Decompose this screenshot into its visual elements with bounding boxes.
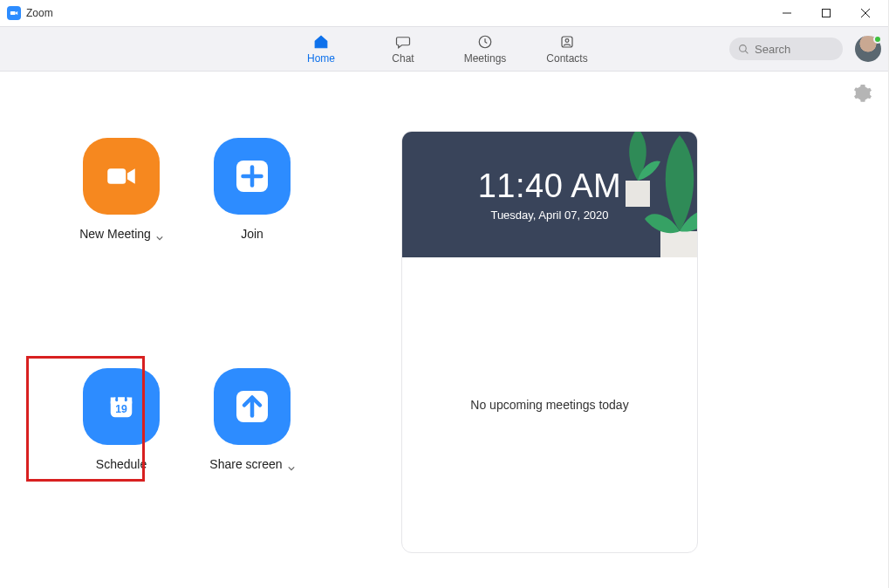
tile-join: Join	[187, 138, 318, 323]
new-meeting-dropdown[interactable]	[156, 230, 163, 237]
home-icon	[313, 34, 329, 50]
tile-new-meeting: New Meeting	[56, 138, 187, 323]
new-meeting-button[interactable]	[83, 138, 160, 215]
window-minimize-button[interactable]	[767, 0, 806, 26]
tab-meetings-label: Meetings	[464, 52, 507, 65]
window-title: Zoom	[26, 7, 53, 19]
svg-rect-1	[822, 10, 830, 17]
search-input[interactable]	[755, 43, 833, 56]
arrow-up-icon	[236, 388, 268, 425]
svg-rect-20	[660, 231, 697, 257]
tab-home-label: Home	[307, 52, 335, 65]
svg-rect-9	[107, 168, 126, 184]
action-tiles: New Meeting Join	[56, 131, 318, 553]
svg-point-6	[565, 38, 569, 42]
search-icon	[738, 44, 749, 55]
schedule-label: Schedule	[96, 457, 147, 471]
settings-button[interactable]	[853, 84, 872, 106]
svg-point-16	[115, 399, 118, 401]
plus-icon	[236, 158, 268, 195]
profile-avatar[interactable]	[855, 36, 881, 62]
window-titlebar: Zoom	[0, 0, 888, 26]
tab-contacts-label: Contacts	[546, 52, 587, 65]
svg-point-7	[740, 44, 747, 51]
gear-icon	[853, 84, 872, 103]
chat-icon	[395, 34, 411, 50]
tile-schedule: 19 Schedule	[56, 368, 187, 553]
tab-chat-label: Chat	[392, 52, 414, 65]
meetings-info-panel: 11:40 AM Tuesday, April 07, 2020 No upco…	[401, 131, 698, 553]
tab-contacts[interactable]: Contacts	[544, 27, 590, 71]
presence-indicator	[873, 35, 882, 44]
current-time: 11:40 AM	[478, 168, 622, 205]
calendar-day-number: 19	[115, 403, 127, 415]
video-icon	[103, 158, 140, 195]
window-close-button[interactable]	[845, 0, 885, 26]
decorative-plant-icon	[645, 135, 697, 257]
calendar-icon: 19	[103, 388, 140, 425]
zoom-app-icon	[7, 6, 21, 20]
svg-point-17	[125, 399, 127, 401]
top-nav: Home Chat Meetings Contacts	[0, 26, 888, 72]
share-screen-dropdown[interactable]	[288, 461, 295, 468]
search-box[interactable]	[729, 38, 843, 60]
contacts-icon	[559, 34, 575, 50]
svg-line-8	[745, 51, 748, 53]
chevron-down-icon	[288, 465, 295, 472]
new-meeting-label: New Meeting	[79, 227, 151, 241]
window-maximize-button[interactable]	[806, 0, 845, 26]
info-header: 11:40 AM Tuesday, April 07, 2020	[402, 132, 697, 257]
share-screen-button[interactable]	[214, 368, 291, 445]
join-button[interactable]	[214, 138, 291, 215]
tab-chat[interactable]: Chat	[380, 27, 426, 71]
clock-icon	[477, 34, 493, 50]
current-date: Tuesday, April 07, 2020	[490, 209, 608, 222]
tab-home[interactable]: Home	[298, 27, 344, 71]
share-screen-label: Share screen	[209, 457, 282, 471]
tile-share-screen: Share screen	[187, 368, 318, 553]
no-meetings-text: No upcoming meetings today	[470, 398, 628, 412]
schedule-button[interactable]: 19	[83, 368, 160, 445]
chevron-down-icon	[156, 235, 163, 242]
tab-meetings[interactable]: Meetings	[462, 27, 508, 71]
join-label: Join	[241, 227, 263, 241]
